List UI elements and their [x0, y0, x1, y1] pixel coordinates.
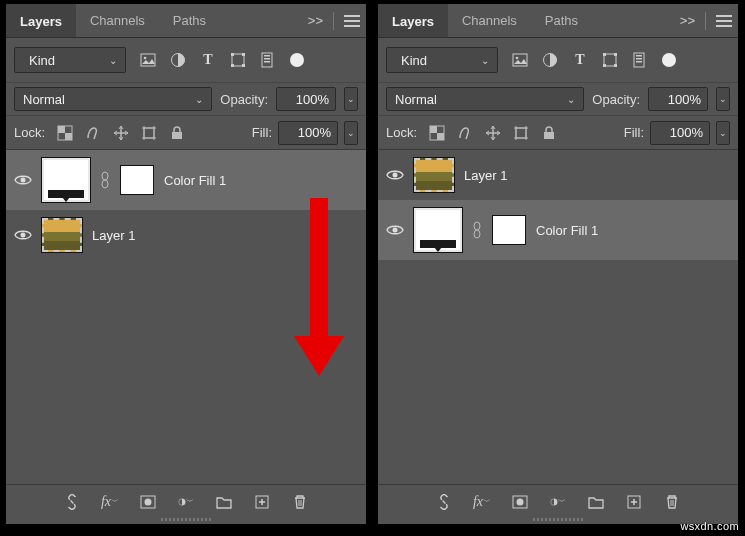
filter-kind-dropdown[interactable]: Kind ⌄ — [386, 47, 498, 73]
blend-mode-label: Normal — [395, 92, 437, 107]
layer-thumbnail[interactable] — [414, 158, 454, 192]
filter-adjust-icon[interactable] — [542, 52, 558, 68]
lock-position-icon[interactable] — [113, 125, 129, 141]
lock-row: Lock: Fill: 100% ⌄ — [378, 116, 738, 150]
svg-rect-50 — [430, 126, 437, 133]
layer-thumbnail[interactable] — [42, 158, 90, 202]
tab-paths[interactable]: Paths — [531, 4, 592, 37]
tab-channels[interactable]: Channels — [448, 4, 531, 37]
filter-kind-dropdown[interactable]: Kind ⌄ — [14, 47, 126, 73]
lock-artboard-icon[interactable] — [513, 125, 529, 141]
adjustment-layer-icon[interactable]: ﹀ — [178, 494, 194, 510]
layer-mask-thumbnail[interactable] — [120, 165, 154, 195]
lock-all-icon[interactable] — [541, 125, 557, 141]
layer-name[interactable]: Layer 1 — [464, 168, 507, 183]
layer-effects-icon[interactable]: fx﹀ — [474, 494, 490, 510]
collapse-button[interactable]: >> — [308, 13, 323, 28]
panel-menu-icon[interactable] — [716, 15, 732, 27]
filter-adjust-icon[interactable] — [170, 52, 186, 68]
layer-thumbnail[interactable] — [414, 208, 462, 252]
filter-row: Kind ⌄ T — [6, 38, 366, 82]
svg-point-3 — [144, 57, 147, 60]
lock-position-icon[interactable] — [485, 125, 501, 141]
tab-paths[interactable]: Paths — [159, 4, 220, 37]
tab-layers[interactable]: Layers — [378, 4, 448, 37]
svg-rect-7 — [242, 53, 245, 56]
svg-rect-42 — [614, 53, 617, 56]
opacity-stepper[interactable]: ⌄ — [344, 87, 358, 111]
svg-rect-6 — [231, 53, 234, 56]
layer-name[interactable]: Color Fill 1 — [536, 223, 598, 238]
link-layers-icon[interactable] — [64, 494, 80, 510]
visibility-toggle-icon[interactable] — [14, 226, 32, 244]
layer-row[interactable]: Layer 1 — [378, 150, 738, 200]
link-layers-icon[interactable] — [436, 494, 452, 510]
delete-layer-icon[interactable] — [292, 494, 308, 510]
svg-rect-41 — [603, 53, 606, 56]
delete-layer-icon[interactable] — [664, 494, 680, 510]
filter-toggle-icon[interactable] — [662, 53, 676, 67]
blend-mode-dropdown[interactable]: Normal ⌄ — [386, 87, 584, 111]
lock-all-icon[interactable] — [169, 125, 185, 141]
fill-stepper[interactable]: ⌄ — [344, 121, 358, 145]
blend-row: Normal ⌄ Opacity: 100% ⌄ — [378, 82, 738, 116]
filter-type-icon[interactable]: T — [572, 52, 588, 68]
filter-shape-icon[interactable] — [602, 52, 618, 68]
filter-pixel-icon[interactable] — [140, 52, 156, 68]
collapse-button[interactable]: >> — [680, 13, 695, 28]
layer-effects-icon[interactable]: fx﹀ — [102, 494, 118, 510]
filter-smart-icon[interactable] — [632, 52, 648, 68]
fill-field[interactable]: 100% — [278, 121, 338, 145]
layer-row[interactable]: Color Fill 1 — [378, 200, 738, 260]
layers-panel-left: Layers Channels Paths >> Kind ⌄ T — [6, 4, 366, 524]
layers-panel-right: Layers Channels Paths >> Kind ⌄ T — [378, 4, 738, 524]
add-mask-icon[interactable] — [512, 494, 528, 510]
tab-channels[interactable]: Channels — [76, 4, 159, 37]
new-group-icon[interactable] — [588, 494, 604, 510]
lock-label: Lock: — [386, 125, 417, 140]
layer-row[interactable]: Layer 1 — [6, 210, 366, 260]
svg-rect-48 — [636, 61, 642, 63]
layer-row[interactable]: Color Fill 1 — [6, 150, 366, 210]
adjustment-layer-icon[interactable]: ﹀ — [550, 494, 566, 510]
layer-mask-thumbnail[interactable] — [492, 215, 526, 245]
svg-point-23 — [21, 178, 26, 183]
lock-artboard-icon[interactable] — [141, 125, 157, 141]
panel-menu-icon[interactable] — [344, 15, 360, 27]
filter-smart-icon[interactable] — [260, 52, 276, 68]
svg-rect-57 — [544, 132, 554, 139]
svg-point-26 — [21, 233, 26, 238]
layer-name[interactable]: Layer 1 — [92, 228, 135, 243]
lock-transparent-icon[interactable] — [57, 125, 73, 141]
layer-thumbnail[interactable] — [42, 218, 82, 252]
layer-name[interactable]: Color Fill 1 — [164, 173, 226, 188]
fill-field[interactable]: 100% — [650, 121, 710, 145]
link-mask-icon[interactable] — [472, 219, 482, 241]
fill-stepper[interactable]: ⌄ — [716, 121, 730, 145]
new-group-icon[interactable] — [216, 494, 232, 510]
blend-mode-dropdown[interactable]: Normal ⌄ — [14, 87, 212, 111]
add-mask-icon[interactable] — [140, 494, 156, 510]
opacity-field[interactable]: 100% — [648, 87, 708, 111]
tab-layers[interactable]: Layers — [6, 4, 76, 37]
lock-image-icon[interactable] — [85, 125, 101, 141]
new-layer-icon[interactable] — [254, 494, 270, 510]
opacity-stepper[interactable]: ⌄ — [716, 87, 730, 111]
svg-rect-52 — [516, 128, 526, 138]
link-mask-icon[interactable] — [100, 169, 110, 191]
svg-rect-44 — [614, 64, 617, 67]
new-layer-icon[interactable] — [626, 494, 642, 510]
filter-shape-icon[interactable] — [230, 52, 246, 68]
svg-point-24 — [102, 172, 108, 180]
visibility-toggle-icon[interactable] — [386, 221, 404, 239]
filter-toggle-icon[interactable] — [290, 53, 304, 67]
opacity-field[interactable]: 100% — [276, 87, 336, 111]
visibility-toggle-icon[interactable] — [14, 171, 32, 189]
visibility-toggle-icon[interactable] — [386, 166, 404, 184]
filter-type-icon[interactable]: T — [200, 52, 216, 68]
lock-image-icon[interactable] — [457, 125, 473, 141]
lock-transparent-icon[interactable] — [429, 125, 445, 141]
filter-pixel-icon[interactable] — [512, 52, 528, 68]
svg-point-61 — [474, 230, 480, 238]
resize-grip[interactable] — [6, 518, 366, 524]
